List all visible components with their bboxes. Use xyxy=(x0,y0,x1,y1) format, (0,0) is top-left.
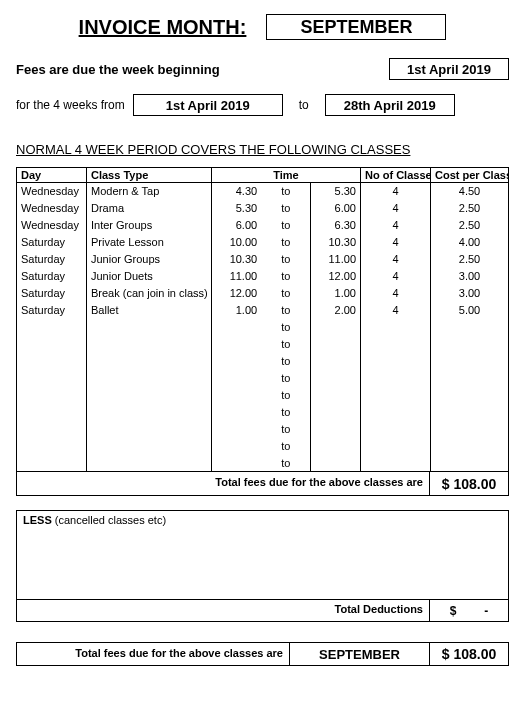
cell: 4 xyxy=(361,251,431,268)
cell xyxy=(17,438,87,455)
cell: 4 xyxy=(361,302,431,319)
cell: 4 xyxy=(361,268,431,285)
table-row: to xyxy=(17,455,509,472)
cell xyxy=(361,336,431,353)
table-header-row: Day Class Type Time No of Classes Cost p… xyxy=(17,168,509,183)
cell: 5.30 xyxy=(212,200,262,217)
cell: to xyxy=(261,353,311,370)
cell: to xyxy=(261,404,311,421)
cell: 2.50 xyxy=(431,251,509,268)
table-row: SaturdayBallet1.00to2.0045.00 xyxy=(17,302,509,319)
cell xyxy=(431,404,509,421)
cell xyxy=(361,370,431,387)
cell xyxy=(361,387,431,404)
cell xyxy=(311,370,361,387)
cell xyxy=(212,336,262,353)
cell: Junior Groups xyxy=(87,251,212,268)
cell xyxy=(311,438,361,455)
deduct-amount: - xyxy=(484,604,488,618)
title-row: INVOICE MONTH: SEPTEMBER xyxy=(16,14,509,40)
cell: to xyxy=(261,302,311,319)
cell: 2.50 xyxy=(431,200,509,217)
cell: to xyxy=(261,319,311,336)
cell xyxy=(212,455,262,472)
th-day: Day xyxy=(17,168,87,183)
final-value: $ 108.00 xyxy=(430,643,508,665)
totals-value: $ 108.00 xyxy=(430,472,508,495)
cell xyxy=(431,353,509,370)
cell: Ballet xyxy=(87,302,212,319)
cell xyxy=(17,387,87,404)
deduct-currency: $ xyxy=(450,604,457,618)
th-cost: Cost per Class xyxy=(431,168,509,183)
cell xyxy=(431,421,509,438)
cell: Break (can join in class) xyxy=(87,285,212,302)
cell: Saturday xyxy=(17,251,87,268)
cell: Saturday xyxy=(17,302,87,319)
th-type: Class Type xyxy=(87,168,212,183)
cell xyxy=(87,438,212,455)
cell: 6.30 xyxy=(311,217,361,234)
cell: 1.00 xyxy=(212,302,262,319)
cell xyxy=(212,387,262,404)
table-row: to xyxy=(17,387,509,404)
less-bold: LESS xyxy=(23,514,52,526)
deduct-value: $ - xyxy=(430,600,508,621)
cell: to xyxy=(261,268,311,285)
cell xyxy=(431,370,509,387)
table-row: SaturdayPrivate Lesson10.00to10.3044.00 xyxy=(17,234,509,251)
table-row: SaturdayJunior Duets11.00to12.0043.00 xyxy=(17,268,509,285)
cell xyxy=(311,353,361,370)
table-row: WednesdayInter Groups6.00to6.3042.50 xyxy=(17,217,509,234)
cell xyxy=(311,387,361,404)
table-row: to xyxy=(17,438,509,455)
cell: Wednesday xyxy=(17,200,87,217)
cell xyxy=(87,336,212,353)
cell: to xyxy=(261,336,311,353)
cell xyxy=(311,336,361,353)
cell: to xyxy=(261,183,311,200)
cell: 10.30 xyxy=(311,234,361,251)
less-rest: (cancelled classes etc) xyxy=(52,514,166,526)
table-row: WednesdayDrama5.30to6.0042.50 xyxy=(17,200,509,217)
less-box: LESS (cancelled classes etc) Total Deduc… xyxy=(16,510,509,622)
weeks-text: for the 4 weeks from xyxy=(16,98,125,112)
deduct-label: Total Deductions xyxy=(17,600,430,621)
cell xyxy=(361,404,431,421)
cell: 4 xyxy=(361,217,431,234)
cell: 2.50 xyxy=(431,217,509,234)
cell: to xyxy=(261,200,311,217)
cell: 10.30 xyxy=(212,251,262,268)
invoice-title: INVOICE MONTH: xyxy=(79,16,247,39)
table-row: to xyxy=(17,319,509,336)
cell xyxy=(431,455,509,472)
table-row: to xyxy=(17,404,509,421)
invoice-month-box: SEPTEMBER xyxy=(266,14,446,40)
section-title: NORMAL 4 WEEK PERIOD COVERS THE FOLLOWIN… xyxy=(16,142,509,157)
th-time: Time xyxy=(212,168,361,183)
cell xyxy=(431,438,509,455)
cell: 4 xyxy=(361,183,431,200)
cell: Inter Groups xyxy=(87,217,212,234)
cell: 4.30 xyxy=(212,183,262,200)
cell: 2.00 xyxy=(311,302,361,319)
cell: Saturday xyxy=(17,234,87,251)
cell xyxy=(87,404,212,421)
cell: 5.00 xyxy=(431,302,509,319)
cell: 1.00 xyxy=(311,285,361,302)
cell: 4.50 xyxy=(431,183,509,200)
cell: 4.00 xyxy=(431,234,509,251)
cell xyxy=(361,455,431,472)
less-body xyxy=(17,529,508,599)
cell: to xyxy=(261,234,311,251)
cell: to xyxy=(261,438,311,455)
cell: 11.00 xyxy=(311,251,361,268)
cell xyxy=(431,387,509,404)
cell: to xyxy=(261,251,311,268)
cell: 10.00 xyxy=(212,234,262,251)
table-row: to xyxy=(17,336,509,353)
cell: 11.00 xyxy=(212,268,262,285)
deduct-row: Total Deductions $ - xyxy=(17,599,508,621)
cell xyxy=(361,353,431,370)
th-num: No of Classes xyxy=(361,168,431,183)
